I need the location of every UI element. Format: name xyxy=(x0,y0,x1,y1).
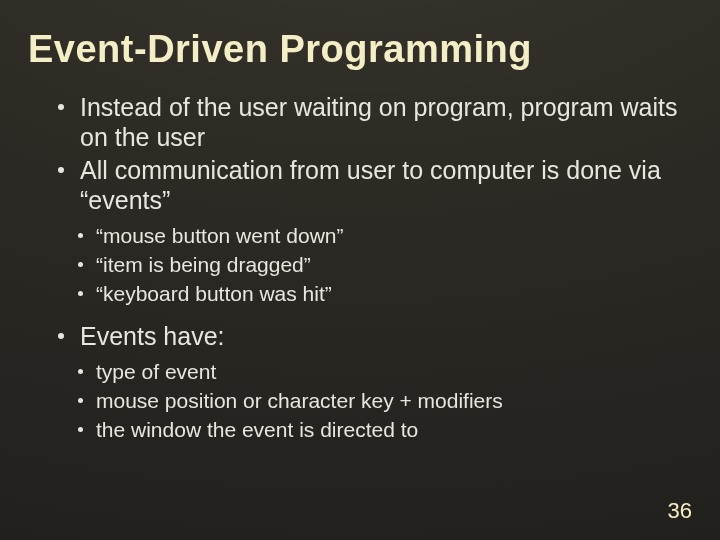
sub-bullet-item: type of event xyxy=(76,359,696,386)
sub-bullet-item: “mouse button went down” xyxy=(76,223,696,250)
slide-title: Event-Driven Programming xyxy=(28,28,696,71)
slide: Event-Driven Programming Instead of the … xyxy=(0,0,720,540)
bullet-item: Events have: xyxy=(56,322,696,352)
bullet-list: Events have: xyxy=(24,322,696,352)
sub-bullet-item: the window the event is directed to xyxy=(76,417,696,444)
sub-bullet-item: “keyboard button was hit” xyxy=(76,281,696,308)
bullet-item: All communication from user to computer … xyxy=(56,156,696,215)
sub-bullet-item: mouse position or character key + modifi… xyxy=(76,388,696,415)
page-number: 36 xyxy=(668,498,692,524)
sub-bullet-list: type of event mouse position or characte… xyxy=(24,359,696,444)
bullet-list: Instead of the user waiting on program, … xyxy=(24,93,696,215)
sub-bullet-item: “item is being dragged” xyxy=(76,252,696,279)
bullet-item: Instead of the user waiting on program, … xyxy=(56,93,696,152)
sub-bullet-list: “mouse button went down” “item is being … xyxy=(24,223,696,308)
